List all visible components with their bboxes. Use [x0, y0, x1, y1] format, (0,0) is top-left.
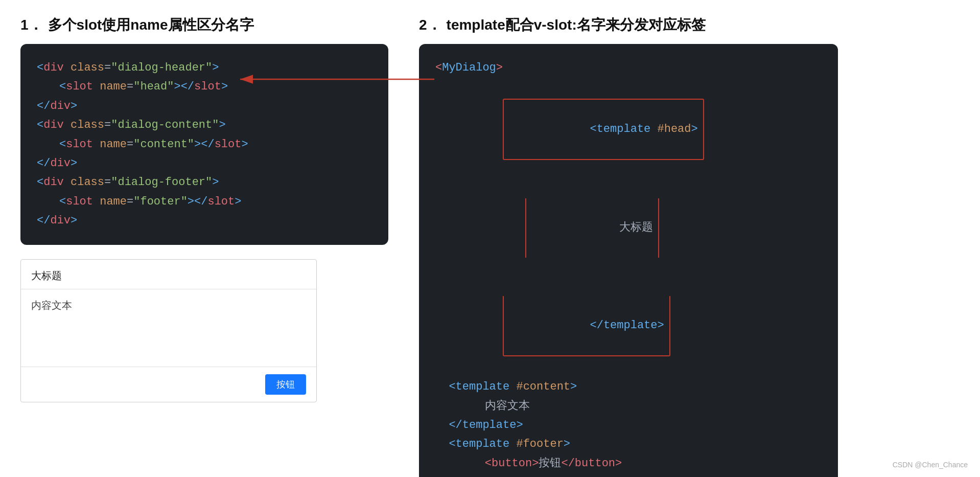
- left-column: 1． 多个slot使用name属性区分名字 <div class="dialog…: [20, 15, 388, 477]
- right-code-line-5: <template #content>: [435, 377, 822, 396]
- code-line-4: <div class="dialog-content">: [37, 116, 372, 134]
- right-column: 2． template配合v-slot:名字来分发对应标签 <MyDialog>…: [419, 15, 960, 477]
- right-code-line-7: </template>: [435, 416, 822, 435]
- section1-title: 1． 多个slot使用name属性区分名字: [20, 15, 388, 35]
- section1-number: 1．: [20, 15, 43, 35]
- dialog-preview-footer: 按钮: [21, 367, 316, 402]
- dialog-preview: 大标题 内容文本 按钮: [20, 259, 317, 402]
- main-layout: 1． 多个slot使用name属性区分名字 <div class="dialog…: [20, 15, 960, 477]
- arrow-overlay: 2． template配合v-slot:名字来分发对应标签 <MyDialog>…: [419, 15, 960, 477]
- dialog-preview-header: 大标题: [21, 260, 316, 289]
- right-code-line-2: <template #head>: [435, 77, 822, 179]
- code-line-6: </div>: [37, 154, 372, 173]
- code-line-7: <div class="dialog-footer">: [37, 173, 372, 192]
- dialog-content-text: 内容文本: [31, 300, 72, 311]
- right-code-line-9: <button>按钮</button>: [458, 454, 822, 473]
- section1-code-block: <div class="dialog-header"> <slot name="…: [20, 44, 388, 245]
- code-line-5: <slot name="content"></slot>: [59, 135, 372, 154]
- code-line-8: <slot name="footer"></slot>: [59, 192, 372, 211]
- right-code-line-6: 内容文本: [458, 397, 822, 416]
- right-code-line-8: <template #footer>: [435, 435, 822, 453]
- section2-number: 2．: [419, 15, 441, 35]
- section1-title-text: 多个slot使用name属性区分名字: [48, 15, 254, 35]
- section2-code-block: <MyDialog> <template #head> 大标题 </templa…: [419, 44, 838, 477]
- dialog-header-text: 大标题: [31, 270, 62, 281]
- code-line-1: <div class="dialog-header">: [37, 58, 372, 77]
- right-code-line-3: 大标题: [458, 179, 822, 277]
- watermark: CSDN @Chen_Chance: [893, 461, 968, 469]
- dialog-preview-button[interactable]: 按钮: [265, 374, 306, 395]
- section2-title-text: template配合v-slot:名字来分发对应标签: [447, 15, 706, 35]
- section2-title: 2． template配合v-slot:名字来分发对应标签: [419, 15, 960, 35]
- dialog-preview-content: 内容文本: [21, 289, 316, 367]
- right-code-line-10: </template>: [435, 473, 822, 477]
- code-line-9: </div>: [37, 211, 372, 230]
- right-code-line-4: </template>: [435, 277, 822, 375]
- code-line-2: <slot name="head"></slot>: [59, 77, 372, 96]
- code-line-3: </div>: [37, 97, 372, 116]
- right-code-line-1: <MyDialog>: [435, 58, 822, 77]
